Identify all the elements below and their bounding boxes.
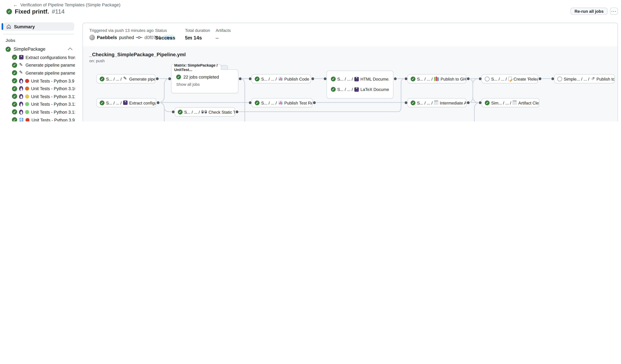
matrix-group-node[interactable]: 22 jobs completed Show all jobs xyxy=(171,69,238,93)
pipeline-card: Triggered via push 13 minutes ago Paebbe… xyxy=(83,23,618,121)
linux-icon xyxy=(19,86,23,91)
node-label: Generate pipelin... xyxy=(129,76,155,81)
graph-job-node[interactable]: S... / ... /Publish Test Re...13s xyxy=(252,98,312,107)
sidebar-job-item[interactable]: Generate pipeline parameters xyxy=(0,61,77,69)
duration-label: Total duration xyxy=(185,28,210,33)
graph-job-node[interactable]: S... / ... /Check Static Ty...17s xyxy=(175,107,235,117)
run-header: Fixed printf. #114 xyxy=(6,8,65,15)
node-prefix: S... / ... / xyxy=(106,76,121,81)
sidebar-job-item[interactable]: Unit Tests - Python 3.11 xyxy=(0,92,77,100)
node-label: Create 'Release Pa... xyxy=(514,76,538,81)
check-icon xyxy=(12,102,17,107)
book-icon xyxy=(354,77,359,81)
graph-nodes: Matrix: SimplePackage / UnitTest... 22 j… xyxy=(83,46,618,121)
node-label: LaTeX Docume... xyxy=(360,87,389,92)
graph-job-node[interactable]: S... / ... /Create 'Release Pa... xyxy=(482,74,538,83)
sidebar-job-item[interactable]: Unit Tests - Python 3.13 xyxy=(0,108,77,116)
connection-dot xyxy=(249,77,251,80)
dot-red-icon xyxy=(25,79,29,83)
job-label: Extract configurations from p... xyxy=(26,55,75,60)
chart-icon xyxy=(278,77,283,81)
job-label: Unit Tests - Python 3.9 xyxy=(32,118,75,121)
group-status-check-icon xyxy=(6,47,11,52)
graph-job-node[interactable]: S... / ... /HTML Docume...55s xyxy=(331,74,389,84)
connection-dot xyxy=(172,110,174,113)
graph-job-node[interactable]: Simple... / ... /Publish to PyPI xyxy=(554,74,615,83)
book-icon xyxy=(19,55,23,60)
pen-icon xyxy=(123,77,128,81)
check-icon xyxy=(12,70,17,75)
run-number: #114 xyxy=(52,8,65,15)
node-label: Artifact Cleanup xyxy=(518,100,539,105)
matrix-tab[interactable]: Matrix: SimplePackage / UnitTest... xyxy=(171,64,221,70)
connection-dot xyxy=(538,77,541,80)
documentation-group-node[interactable]: S... / ... /HTML Docume...55sS... / ... … xyxy=(327,70,394,99)
check-icon xyxy=(255,76,259,81)
sidebar-job-item[interactable]: Unit Tests - Python 3.12 xyxy=(0,100,77,108)
commit-icon xyxy=(136,35,142,39)
breadcrumb[interactable]: ← Verification of Pipeline Templates (Si… xyxy=(13,2,121,8)
job-label: Generate pipeline parameters xyxy=(26,70,75,75)
check-icon xyxy=(100,100,104,105)
check-icon xyxy=(331,87,336,92)
node-label: Extract configur... xyxy=(129,100,156,105)
node-prefix: Simple... / ... / xyxy=(564,76,589,81)
connection-dot xyxy=(405,77,407,80)
sidebar-item-summary[interactable]: Summary xyxy=(3,22,74,31)
main-content: Triggered via push 13 minutes ago Paebbe… xyxy=(83,23,618,121)
connection-dot xyxy=(467,101,469,104)
status-value: Success xyxy=(155,35,175,41)
book-icon xyxy=(123,101,128,105)
sidebar-job-item[interactable]: Extract configurations from p... xyxy=(0,53,77,61)
check-icon xyxy=(12,86,17,91)
node-prefix: S... / ... / xyxy=(261,76,277,81)
chevron-up-icon[interactable] xyxy=(68,48,72,52)
duration-column: Total duration 5m 14s xyxy=(185,28,210,41)
job-label: Unit Tests - Python 3.9 xyxy=(31,78,74,83)
check-icon xyxy=(12,94,17,99)
sidebar-job-item[interactable]: Unit Tests - Python 3.10 xyxy=(0,85,77,92)
check-icon xyxy=(485,100,490,105)
avatar[interactable] xyxy=(89,35,95,40)
graph-job-node[interactable]: S... / ... /Intermediate A...16s xyxy=(407,98,466,107)
status-column: Status Success xyxy=(155,28,175,41)
connection-dot xyxy=(313,101,316,104)
connection-dot xyxy=(311,77,314,80)
summary-label: Summary xyxy=(14,24,35,29)
show-all-jobs-link[interactable]: Show all jobs xyxy=(176,82,238,87)
check-icon xyxy=(12,117,17,121)
dot-yellow-icon xyxy=(25,94,29,98)
run-status-check-icon xyxy=(6,9,12,14)
node-label: Publish to GH-P... xyxy=(441,76,466,81)
graph-job-node[interactable]: S... / ... /Publish to GH-P...7s xyxy=(407,74,466,83)
more-options-button[interactable]: ··· xyxy=(610,8,618,15)
job-label: Unit Tests - Python 3.13 xyxy=(31,110,75,114)
connection-dot xyxy=(249,101,251,104)
sidebar-job-item[interactable]: Generate pipeline parameters xyxy=(0,69,77,77)
sidebar-job-item[interactable]: Unit Tests - Python 3.9 xyxy=(0,77,77,85)
job-label: Generate pipeline parameters xyxy=(26,63,75,68)
graph-job-node[interactable]: S... / ... /Publish Code C...20s xyxy=(252,74,311,83)
graph-job-node[interactable]: Sim... / ... /Artifact Cleanup4s xyxy=(482,98,539,107)
workflow-graph[interactable]: _Checking_SimplePackage_Pipeline.yml on:… xyxy=(83,46,618,121)
trash-icon xyxy=(434,101,438,105)
linux-icon xyxy=(19,110,23,114)
sidebar-group-simplepackage[interactable]: SimplePackage xyxy=(3,45,74,53)
hollow-icon xyxy=(557,76,562,81)
check-icon xyxy=(178,110,183,114)
hollow-icon xyxy=(485,76,490,81)
pen-icon xyxy=(19,71,23,75)
check-icon xyxy=(12,78,17,83)
rerun-all-jobs-button[interactable]: Re-run all jobs xyxy=(570,8,608,15)
connection-dot xyxy=(551,77,554,80)
book-icon xyxy=(354,87,359,92)
actor-verb: pushed xyxy=(119,35,134,40)
graph-job-node[interactable]: S... / ... /LaTeX Docume...51s xyxy=(331,84,389,95)
graph-job-node[interactable]: S... / ... /Extract configur...4s xyxy=(97,98,156,107)
graph-job-node[interactable]: S... / ... /Generate pipelin...0s xyxy=(97,74,155,83)
linux-icon xyxy=(19,94,23,99)
connection-dot xyxy=(394,77,397,80)
back-arrow-icon: ← xyxy=(13,2,18,8)
group-label: SimplePackage xyxy=(14,47,45,52)
sidebar-job-item[interactable]: Unit Tests - Python 3.9 xyxy=(0,116,77,121)
